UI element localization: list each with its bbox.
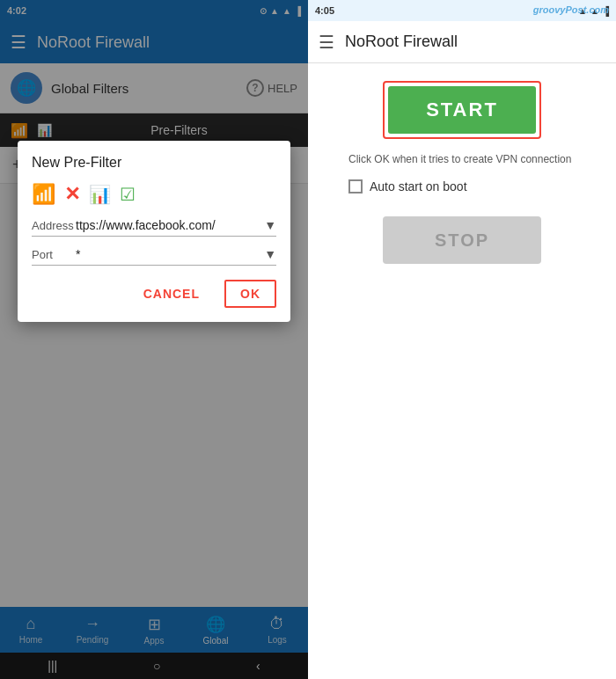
right-panel: 4:05 groovyPost.com ▲ ▲ ▐ ☰ NoRoot Firew… xyxy=(308,0,616,679)
dialog-icons-row: 📶 ✕ 📊 ☑ xyxy=(32,183,276,206)
address-field[interactable]: Address ttps://www.facebook.com/ ▼ xyxy=(32,218,276,237)
dialog-title: New Pre-Filter xyxy=(32,155,276,171)
address-label: Address xyxy=(32,219,76,232)
port-value[interactable]: * xyxy=(76,247,264,261)
dialog-check-icon[interactable]: ☑ xyxy=(120,184,136,205)
address-value[interactable]: ttps://www.facebook.com/ xyxy=(76,218,264,232)
left-panel: 4:02 ⊙ ▲ ▲ ▐ ☰ NoRoot Firewall 🌐 Global … xyxy=(0,0,308,679)
dialog-x-icon[interactable]: ✕ xyxy=(64,183,80,206)
dialog-overlay xyxy=(0,0,308,679)
address-dropdown-arrow[interactable]: ▼ xyxy=(264,218,276,232)
right-time: 4:05 xyxy=(315,5,334,16)
port-label: Port xyxy=(32,248,76,261)
port-dropdown-arrow[interactable]: ▼ xyxy=(264,247,276,261)
right-app-title: NoRoot Firewall xyxy=(345,33,605,51)
vpn-hint-text: Click OK when it tries to create VPN con… xyxy=(322,153,602,165)
watermark: groovyPost.com xyxy=(533,4,609,15)
auto-start-row[interactable]: Auto start on boot xyxy=(322,179,602,193)
right-menu-icon[interactable]: ☰ xyxy=(319,32,334,53)
dialog-actions: CANCEL OK xyxy=(32,280,276,308)
stop-button[interactable]: STOP xyxy=(383,216,541,264)
auto-start-checkbox[interactable] xyxy=(348,179,363,193)
right-status-bar: 4:05 groovyPost.com ▲ ▲ ▐ xyxy=(308,0,616,21)
auto-start-label: Auto start on boot xyxy=(370,179,467,193)
new-prefilter-dialog: New Pre-Filter 📶 ✕ 📊 ☑ Address ttps://ww… xyxy=(18,141,290,322)
start-button-wrapper: START xyxy=(383,81,541,139)
port-field[interactable]: Port * ▼ xyxy=(32,247,276,266)
start-button[interactable]: START xyxy=(388,86,536,134)
ok-button[interactable]: OK xyxy=(224,280,276,308)
dialog-signal-icon[interactable]: 📊 xyxy=(89,184,111,205)
cancel-button[interactable]: CANCEL xyxy=(133,280,210,308)
right-main-content: START Click OK when it tries to create V… xyxy=(308,63,616,679)
right-nav-bar: ☰ NoRoot Firewall xyxy=(308,21,616,63)
dialog-wifi-icon[interactable]: 📶 xyxy=(32,183,55,206)
